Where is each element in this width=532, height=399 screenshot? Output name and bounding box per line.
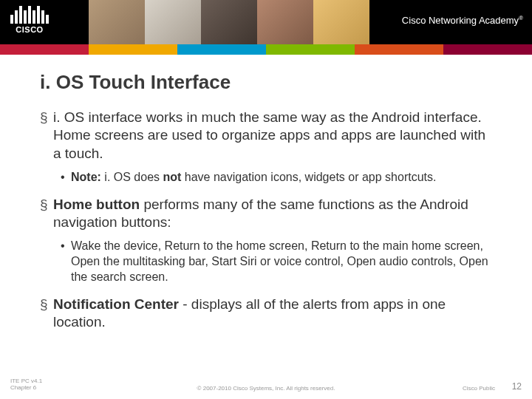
footer-page-number: 12	[512, 381, 522, 392]
slide-title: i. OS Touch Interface	[40, 71, 492, 94]
footer-course: ITE PC v4.1	[10, 378, 42, 385]
sub-bullet-item: Wake the device, Return to the home scre…	[40, 239, 492, 284]
slide-footer: ITE PC v4.1 Chapter 6 © 2007-2010 Cisco …	[0, 378, 532, 392]
slide-content: i. OS Touch Interface i. OS interface wo…	[0, 55, 532, 399]
slide-header: CISCO Cisco Networking Academy®	[0, 0, 532, 44]
footer-left: ITE PC v4.1 Chapter 6	[10, 378, 42, 392]
cisco-logo-icon	[10, 6, 49, 24]
cisco-logo-text: CISCO	[16, 25, 43, 34]
bullet-list: i. OS interface works in much the same w…	[40, 109, 492, 331]
color-stripe	[0, 44, 532, 55]
header-photo-strip	[89, 0, 369, 44]
bullet-item: Home button performs many of the same fu…	[40, 196, 492, 232]
slide: CISCO Cisco Networking Academy® i. OS To…	[0, 0, 532, 399]
footer-chapter: Chapter 6	[10, 384, 42, 392]
sub-bullet-item: Note: i. OS does not have navigation ico…	[40, 170, 492, 185]
footer-copyright: © 2007-2010 Cisco Systems, Inc. All righ…	[197, 385, 335, 392]
academy-label: Cisco Networking Academy®	[402, 15, 523, 26]
bullet-item: Notification Center - displays all of th…	[40, 296, 492, 332]
bullet-item: i. OS interface works in much the same w…	[40, 109, 492, 163]
footer-classification: Cisco Public	[463, 385, 495, 392]
cisco-logo: CISCO	[10, 6, 49, 34]
